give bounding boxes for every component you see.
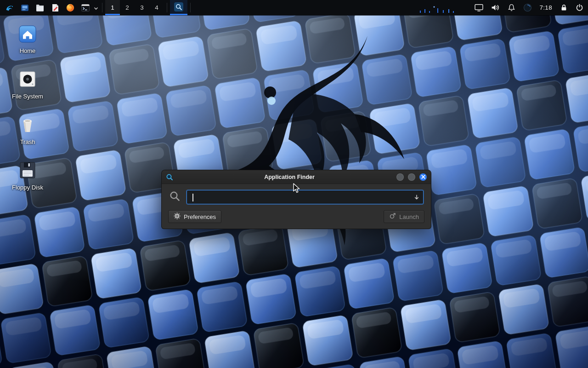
workspace-button-2[interactable]: 2: [120, 0, 135, 15]
terminal-launcher[interactable]: [78, 0, 93, 15]
workspace-button-4[interactable]: 4: [149, 0, 164, 15]
workspace-button-3[interactable]: 3: [135, 0, 149, 15]
display-icon[interactable]: [475, 4, 483, 12]
desktop-screen: 1 2 3 4: [0, 0, 588, 368]
preferences-label: Preferences: [184, 213, 216, 220]
home-folder-icon: [17, 24, 38, 46]
workspace-label: 1: [111, 4, 114, 11]
application-finder-icon: [174, 2, 183, 13]
chevron-down-icon: [94, 4, 98, 12]
application-finder-window-icon: [166, 173, 173, 181]
text-editor-launcher[interactable]: [47, 0, 62, 15]
maximize-button[interactable]: [408, 173, 415, 181]
files-icon: [35, 3, 45, 12]
button-row: Preferences Launch: [167, 210, 425, 223]
panel-left-group: 1 2 3 4: [0, 0, 193, 15]
workspace-label: 4: [155, 4, 158, 11]
desktop-icon-label: File System: [12, 93, 43, 100]
screen-lock-icon[interactable]: [560, 4, 568, 12]
combo-dropdown-arrow-icon[interactable]: [413, 194, 420, 202]
search-icon: [169, 190, 181, 204]
file-system-drive-icon: [17, 69, 38, 91]
launch-icon: [389, 213, 396, 221]
status-indicator-icon[interactable]: [523, 3, 532, 12]
trash-empty-icon: [17, 115, 38, 137]
desktop-icon-label: Trash: [20, 139, 35, 146]
firefox-launcher[interactable]: [62, 0, 78, 15]
text-caret: [192, 194, 193, 201]
search-combo-entry[interactable]: [187, 190, 424, 204]
desktop-icon-label: Floppy Disk: [12, 184, 43, 191]
floppy-disk-icon: [17, 160, 38, 182]
desktop-icon-floppy-disk[interactable]: Floppy Disk: [6, 159, 49, 193]
desktop-icon-home[interactable]: Home: [6, 23, 49, 56]
panel-right-group: 7:18: [419, 0, 588, 15]
workspace-label: 3: [140, 4, 144, 11]
terminal-dropdown-button[interactable]: [93, 0, 99, 15]
workspace-button-1[interactable]: 1: [105, 0, 120, 15]
window-body: Preferences Launch: [162, 184, 431, 229]
firefox-icon: [66, 3, 75, 12]
close-button[interactable]: [419, 173, 427, 181]
desktop-icon-column: Home File System: [6, 23, 49, 193]
gear-icon: [174, 213, 181, 221]
top-panel: 1 2 3 4: [0, 0, 588, 15]
file-manager-launcher[interactable]: [17, 0, 32, 15]
minimize-button[interactable]: [396, 173, 404, 181]
titlebar[interactable]: Application Finder: [162, 170, 431, 184]
search-row: [167, 190, 425, 204]
files-launcher[interactable]: [32, 0, 47, 15]
taskbar-item-application-finder[interactable]: [170, 0, 187, 15]
volume-icon[interactable]: [491, 4, 500, 12]
window-title: Application Finder: [189, 174, 390, 180]
launch-label: Launch: [399, 213, 419, 220]
panel-clock[interactable]: 7:18: [540, 4, 552, 11]
text-editor-icon: [51, 3, 60, 12]
launch-button[interactable]: Launch: [384, 210, 424, 223]
close-icon: [421, 175, 425, 179]
workspace-label: 2: [125, 4, 129, 11]
application-finder-window: Application Finder: [162, 170, 431, 229]
desktop-icon-trash[interactable]: Trash: [6, 113, 49, 147]
search-input[interactable]: [187, 190, 423, 204]
panel-separator: [167, 3, 167, 12]
kali-menu-button[interactable]: [2, 0, 17, 15]
preferences-button[interactable]: Preferences: [168, 210, 221, 223]
kali-menu-icon: [5, 3, 15, 13]
panel-separator: [102, 3, 102, 12]
desktop-icon-label: Home: [20, 48, 36, 55]
power-icon[interactable]: [576, 4, 583, 12]
cpu-graph-widget[interactable]: [419, 5, 455, 15]
panel-separator: [190, 3, 191, 12]
notifications-bell-icon[interactable]: [508, 4, 515, 12]
terminal-icon: [81, 3, 90, 12]
titlebar-buttons: [396, 173, 427, 181]
file-manager-icon: [20, 3, 29, 12]
desktop-icon-file-system[interactable]: File System: [6, 68, 49, 102]
